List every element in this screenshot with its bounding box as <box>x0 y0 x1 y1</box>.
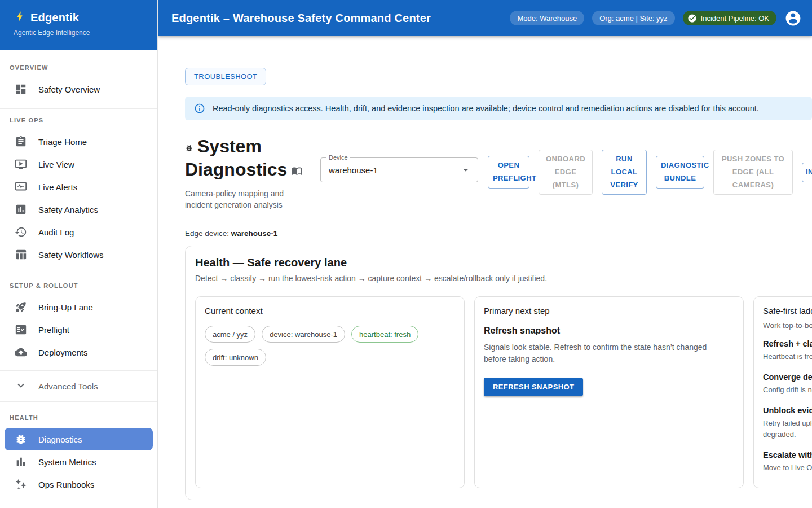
sidebar-item-label: Deployments <box>38 348 88 357</box>
app-bar-right: Mode: Warehouse Org: acme | Site: yyz In… <box>510 10 802 27</box>
sidebar-item-bring-up-lane[interactable]: Bring-Up Lane <box>0 296 157 318</box>
chevron-down-icon <box>15 379 27 393</box>
chevron-down-icon <box>460 164 472 176</box>
open-preflight-button[interactable]: OPEN PREFLIGHT <box>488 156 529 189</box>
section-label-overview: OVERVIEW <box>10 64 157 71</box>
current-context-title: Current context <box>205 306 455 316</box>
sidebar-item-audit-log[interactable]: Audit Log <box>0 221 157 243</box>
sidebar-item-triage-home[interactable]: Triage Home <box>0 130 157 153</box>
sidebar-item-diagnostics[interactable]: Diagnostics <box>5 428 153 450</box>
sidebar-item-system-metrics[interactable]: System Metrics <box>0 450 157 473</box>
table-icon <box>15 248 27 261</box>
org-site-chip: Org: acme | Site: yyz <box>592 11 674 25</box>
health-card-title: Health — Safe recovery lane <box>195 256 812 269</box>
section-label-health: HEALTH <box>10 414 157 421</box>
section-label-setup-rollout: SETUP & ROLLOUT <box>10 282 157 289</box>
page-subtitle: Camera-policy mapping and incident gener… <box>185 189 295 211</box>
device-select-value: warehouse-1 <box>329 165 378 175</box>
main-area: Edgentik – Warehouse Safety Command Cent… <box>158 0 812 508</box>
brand-tagline: Agentic Edge Intelligence <box>14 29 144 37</box>
cloud-upload-icon <box>15 346 27 358</box>
sidebar-item-preflight[interactable]: Preflight <box>0 318 157 341</box>
sidebar-item-ops-runbooks[interactable]: Ops Runbooks <box>0 473 157 496</box>
brand-name: Edgentik <box>30 11 79 24</box>
sidebar-item-safety-analytics[interactable]: Safety Analytics <box>0 198 157 221</box>
sidebar-item-label: Live Alerts <box>38 182 77 192</box>
edge-device-value: warehouse-1 <box>231 229 278 238</box>
ladder-step-name: Unblock evidence <box>763 406 812 415</box>
advanced-tools-label: Advanced Tools <box>38 382 98 391</box>
mode-chip: Mode: Warehouse <box>510 11 584 25</box>
next-step-body: Signals look stable. Refresh to confirm … <box>484 341 725 365</box>
ladder-step-name: Escalate with context <box>763 450 812 459</box>
checklist-icon <box>15 323 27 336</box>
org-site-chip-label: Org: acme | Site: yyz <box>599 14 667 23</box>
bar-chart-icon <box>15 203 27 216</box>
rocket-icon <box>15 301 27 313</box>
book-icon <box>287 159 302 179</box>
page-title-block: System Diagnostics Camera-policy mapping… <box>185 135 320 211</box>
heartbeat-chip: heartbeat: fresh <box>351 326 418 343</box>
device-select-label: Device <box>326 154 350 161</box>
bug-icon <box>15 433 27 445</box>
sidebar-item-label: Safety Analytics <box>38 205 98 214</box>
next-step-heading: Refresh snapshot <box>484 326 734 336</box>
sidebar-item-safety-overview[interactable]: Safety Overview <box>0 78 157 100</box>
clipboard-icon <box>15 135 27 148</box>
page-title-text: System Diagnostics <box>185 136 287 179</box>
app-bar: Edgentik – Warehouse Safety Command Cent… <box>158 0 812 36</box>
health-cards-row: Current context acme / yyz device: wareh… <box>195 296 812 488</box>
bolt-icon <box>14 10 26 25</box>
sidebar-item-label: Triage Home <box>38 137 87 147</box>
refresh-snapshot-button[interactable]: REFRESH SNAPSHOT <box>484 378 583 396</box>
info-icon <box>194 103 205 114</box>
info-banner: Read-only diagnostics access. Health, dr… <box>185 97 812 120</box>
device-chip: device: warehouse-1 <box>262 326 345 343</box>
diagnostic-bundle-button[interactable]: DIAGNOSTIC BUNDLE <box>656 156 704 189</box>
video-monitor-icon <box>15 158 27 170</box>
troubleshoot-chip[interactable]: TROUBLESHOOT <box>185 68 266 85</box>
device-select[interactable]: Device warehouse-1 <box>320 157 478 182</box>
run-local-verify-button[interactable]: RUN LOCAL VERIFY <box>602 150 647 195</box>
org-chip: acme / yyz <box>205 326 255 343</box>
bug-icon <box>185 136 197 156</box>
ladder-step-name: Refresh + classify <box>763 339 812 348</box>
sidebar-item-live-view[interactable]: Live View <box>0 153 157 176</box>
mode-chip-label: Mode: Warehouse <box>517 14 577 23</box>
ladder-card-title: Safe-first ladder <box>763 306 812 316</box>
ladder-intro: Work top-to-bottom; stop at the first ap… <box>763 321 812 330</box>
sidebar-nav: OVERVIEW Safety Overview LIVE OPS Triage… <box>0 50 157 501</box>
info-banner-text: Read-only diagnostics access. Health, dr… <box>213 104 759 113</box>
sidebar-item-label: Diagnostics <box>38 435 82 444</box>
divider <box>0 274 157 274</box>
ladder-step-desc: Heartbeat is fresh; confirm current sign… <box>763 351 812 363</box>
push-zones-button: PUSH ZONES TO EDGE (ALL CAMERAS) <box>713 150 793 195</box>
sidebar-item-label: Safety Overview <box>38 85 100 94</box>
sidebar-item-label: Bring-Up Lane <box>38 303 93 312</box>
context-chips: acme / yyz device: warehouse-1 heartbeat… <box>205 326 455 366</box>
sidebar-item-deployments[interactable]: Deployments <box>0 341 157 364</box>
brand-header: Edgentik Agentic Edge Intelligence <box>0 0 157 50</box>
sidebar-item-safety-workflows[interactable]: Safety Workflows <box>0 243 157 266</box>
app-root: Edgentik Agentic Edge Intelligence OVERV… <box>0 0 812 508</box>
incident-button[interactable]: INCIDENT <box>802 163 812 182</box>
onboard-edge-button: ONBOARD EDGE (MTLS) <box>539 150 593 195</box>
metrics-bars-icon <box>15 456 27 468</box>
health-card: Health — Safe recovery lane Detect → cla… <box>185 246 812 500</box>
ladder-step-name: Converge desired state <box>763 373 812 382</box>
sidebar-item-label: Live View <box>38 160 74 169</box>
drift-chip: drift: unknown <box>205 349 266 366</box>
sidebar-item-live-alerts[interactable]: Live Alerts <box>0 176 157 198</box>
sidebar-item-label: Ops Runbooks <box>38 480 94 489</box>
sidebar-item-label: Audit Log <box>38 227 74 237</box>
account-icon[interactable] <box>784 10 802 27</box>
edge-device-line: Edge device: warehouse-1 <box>185 229 812 238</box>
incident-pipeline-chip: Incident Pipeline: OK <box>683 11 776 25</box>
page-title: System Diagnostics <box>185 135 320 181</box>
ladder-step-desc: Config drift is not detected for this de… <box>763 384 812 396</box>
divider <box>0 108 157 109</box>
edge-device-label: Edge device: <box>185 229 229 238</box>
advanced-tools-toggle[interactable]: Advanced Tools <box>0 370 157 402</box>
primary-next-step-card: Primary next step Refresh snapshot Signa… <box>474 296 744 488</box>
health-card-subtitle: Detect → classify → run the lowest-risk … <box>195 274 812 283</box>
